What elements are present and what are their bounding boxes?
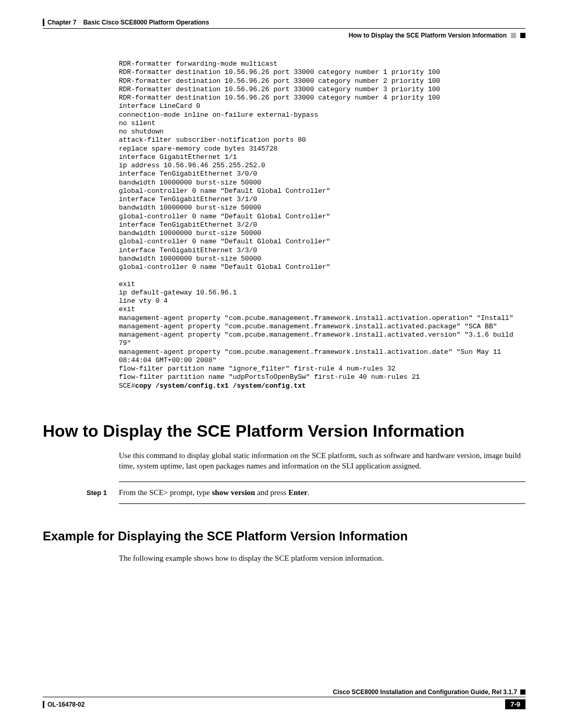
section-title: How to Display the SCE Platform Version … <box>349 32 507 39</box>
section-heading-2: Example for Displaying the SCE Platform … <box>43 529 525 544</box>
step-row: Step 1 From the SCE> prompt, type show v… <box>87 488 525 497</box>
config-last-line: SCE#copy /system/config.tx1 /system/conf… <box>119 382 306 390</box>
step-mid: and press <box>255 488 288 497</box>
step-rule-top <box>119 482 525 482</box>
step-key: Enter <box>288 488 308 497</box>
step-prefix: From the SCE> prompt, type <box>119 488 212 497</box>
config-lines: RDR-formatter forwarding-mode multicast … <box>119 60 518 381</box>
footer-square-icon <box>520 689 525 695</box>
step-instruction: From the SCE> prompt, type show version … <box>119 488 310 497</box>
page-number: 7-9 <box>505 699 525 709</box>
chapter-title: Basic Cisco SCE8000 Platform Operations <box>83 19 209 26</box>
footer-left: OL-16478-02 <box>43 701 84 708</box>
chapter-label: Chapter 7 Basic Cisco SCE8000 Platform O… <box>47 19 209 26</box>
footer-bottom-row: OL-16478-02 7-9 <box>43 699 525 709</box>
step-label: Step 1 <box>87 489 113 497</box>
footer-doc-id: OL-16478-02 <box>47 701 84 708</box>
section-heading-1: How to Display the SCE Platform Version … <box>43 422 525 441</box>
header-rule <box>43 28 525 29</box>
config-output-block: RDR-formatter forwarding-mode multicast … <box>119 60 525 390</box>
section-body-1: Use this command to display global stati… <box>119 450 525 472</box>
step-command: show version <box>212 488 255 497</box>
page-footer: Cisco SCE8000 Installation and Configura… <box>43 688 525 709</box>
header-left-decor: Chapter 7 Basic Cisco SCE8000 Platform O… <box>43 19 209 26</box>
square-dark-icon <box>520 33 525 38</box>
config-prompt: SCE# <box>119 382 135 390</box>
config-command: copy /system/config.tx1 /system/config.t… <box>135 382 306 390</box>
section-body-2: The following example shows how to displ… <box>119 553 525 563</box>
footer-rule <box>43 697 525 697</box>
square-light-icon <box>511 33 516 38</box>
footer-doc-title: Cisco SCE8000 Installation and Configura… <box>333 688 517 696</box>
section-subheader: How to Display the SCE Platform Version … <box>43 32 525 39</box>
footer-title-row: Cisco SCE8000 Installation and Configura… <box>43 688 525 696</box>
step-suffix: . <box>308 488 310 497</box>
chapter-number: Chapter 7 <box>47 19 76 26</box>
page-header: Chapter 7 Basic Cisco SCE8000 Platform O… <box>43 19 525 26</box>
step-rule-bottom <box>119 503 525 504</box>
vertical-bar-icon <box>43 19 44 26</box>
footer-vertical-bar-icon <box>43 701 44 708</box>
